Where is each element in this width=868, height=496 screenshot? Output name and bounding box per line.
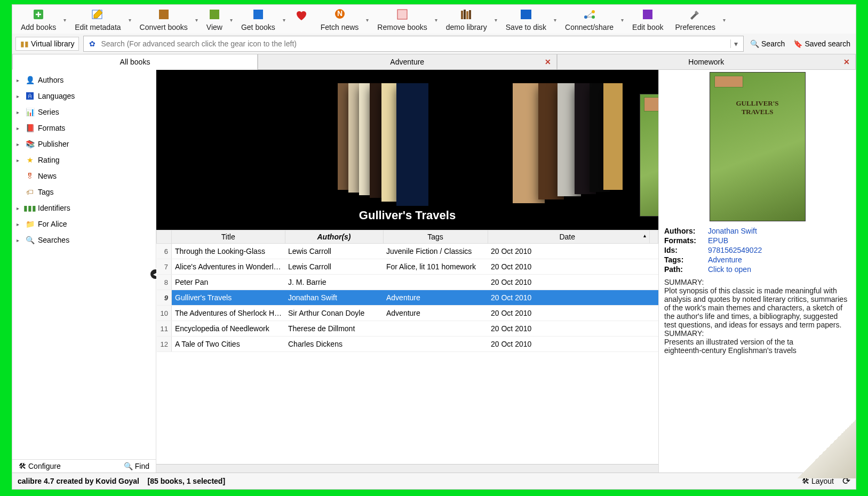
chevron-right-icon: ▸ bbox=[17, 221, 22, 227]
cell-date: 20 Oct 2010 bbox=[488, 259, 650, 275]
cover-thumb[interactable] bbox=[396, 83, 428, 206]
path-key: Path: bbox=[664, 265, 708, 274]
formats-value[interactable]: EPUB bbox=[708, 236, 728, 245]
remove-books-icon bbox=[395, 8, 410, 21]
column-header-title[interactable]: Title bbox=[172, 230, 285, 244]
sidebar-item-languages[interactable]: ▸🅰Languages bbox=[12, 88, 156, 104]
cell-title: The Adventures of Sherlock H… bbox=[172, 306, 285, 321]
sidebar-item-label: Identifiers bbox=[38, 204, 70, 212]
status-right: 🛠 Layout ⟳ bbox=[800, 475, 850, 487]
table-row[interactable]: 8Peter PanJ. M. Barrie20 Oct 2010 bbox=[157, 275, 658, 290]
cover-thumb-selected[interactable]: GULLIVER'STRAVELS bbox=[640, 94, 659, 217]
magnifier-icon: 🔍 bbox=[750, 39, 759, 48]
connect-share-button[interactable]: Connect/share bbox=[560, 7, 619, 33]
column-header-num[interactable] bbox=[157, 230, 172, 244]
summary-text-2: Presents an illustrated version of the t… bbox=[664, 338, 850, 346]
tab-all-books[interactable]: All books bbox=[12, 54, 258, 70]
authors-value[interactable]: Jonathan Swift bbox=[708, 227, 757, 235]
tab-homework[interactable]: Homework✕ bbox=[557, 54, 856, 70]
find-button[interactable]: 🔍 Find bbox=[122, 462, 152, 470]
configure-button[interactable]: 🛠 Configure bbox=[17, 462, 63, 470]
convert-books-dropdown[interactable]: ▾ bbox=[193, 7, 200, 33]
sidebar-item-identifiers[interactable]: ▸▮▮▮Identifiers bbox=[12, 200, 156, 216]
convert-books-label: Convert books bbox=[140, 23, 188, 31]
close-icon[interactable]: ✕ bbox=[545, 58, 551, 66]
edit-book-button[interactable]: Edit book bbox=[627, 7, 668, 33]
preferences-dropdown[interactable]: ▾ bbox=[721, 7, 728, 33]
demo-library-button[interactable]: demo library bbox=[441, 7, 492, 33]
detail-cover[interactable]: GULLIVER'STRAVELS bbox=[710, 72, 806, 221]
remove-books-dropdown[interactable]: ▾ bbox=[433, 7, 440, 33]
tags-value[interactable]: Adventure bbox=[708, 255, 742, 264]
add-books-dropdown[interactable]: ▾ bbox=[61, 7, 68, 33]
heart-icon bbox=[294, 9, 309, 22]
ids-value[interactable]: 9781562549022 bbox=[708, 246, 762, 254]
get-books-button[interactable]: Get books bbox=[236, 7, 281, 33]
sidebar-item-for-alice[interactable]: ▸📁For Alice bbox=[12, 216, 156, 232]
row-number: 6 bbox=[157, 244, 172, 259]
table-row[interactable]: 12A Tale of Two CitiesCharles Dickens20 … bbox=[157, 337, 658, 352]
add-books-button[interactable]: Add books bbox=[15, 7, 61, 33]
cell-author: J. M. Barrie bbox=[285, 275, 383, 290]
sidebar-item-news[interactable]: 🎖News bbox=[12, 168, 156, 184]
sidebar-list: ▸👤Authors▸🅰Languages▸📊Series▸📕Formats▸📚P… bbox=[12, 70, 156, 459]
heart-button[interactable] bbox=[289, 7, 314, 33]
sidebar-item-series[interactable]: ▸📊Series bbox=[12, 104, 156, 120]
table-row[interactable]: 11Encyclopedia of NeedleworkTherese de D… bbox=[157, 321, 658, 337]
saved-search-label: Saved search bbox=[805, 39, 850, 48]
cell-date: 20 Oct 2010 bbox=[488, 337, 650, 352]
save-to-disk-button[interactable]: Save to disk bbox=[500, 7, 552, 33]
refresh-icon[interactable]: ⟳ bbox=[842, 475, 850, 487]
fetch-news-button[interactable]: NFetch news bbox=[315, 7, 364, 33]
table-row[interactable]: 6Through the Looking-GlassLewis CarrollJ… bbox=[157, 244, 658, 259]
table-row[interactable]: 7Alice's Adventures in Wonderl…Lewis Car… bbox=[157, 259, 658, 275]
svg-rect-12 bbox=[469, 10, 471, 19]
layout-button[interactable]: 🛠 Layout bbox=[800, 477, 836, 485]
preferences-button[interactable]: Preferences bbox=[670, 7, 720, 33]
sidebar-item-formats[interactable]: ▸📕Formats bbox=[12, 120, 156, 136]
table-row[interactable]: 10The Adventures of Sherlock H…Sir Arthu… bbox=[157, 306, 658, 321]
view-dropdown[interactable]: ▾ bbox=[228, 7, 235, 33]
edit-metadata-dropdown[interactable]: ▾ bbox=[126, 7, 133, 33]
sidebar-item-authors[interactable]: ▸👤Authors bbox=[12, 72, 156, 88]
get-books-dropdown[interactable]: ▾ bbox=[281, 7, 288, 33]
cell-date: 20 Oct 2010 bbox=[488, 306, 650, 321]
search-dropdown-icon[interactable]: ▾ bbox=[730, 39, 741, 48]
edit-metadata-button[interactable]: Edit metadata bbox=[69, 7, 126, 33]
view-button[interactable]: View bbox=[201, 7, 228, 33]
sidebar-item-label: Tags bbox=[38, 188, 54, 196]
column-header-date[interactable]: Date▴ bbox=[488, 230, 650, 244]
column-header-tags[interactable]: Tags bbox=[383, 230, 488, 244]
table-scrollbar[interactable] bbox=[156, 464, 658, 473]
saved-search-button[interactable]: 🔖 Saved search bbox=[791, 39, 853, 48]
remove-books-button[interactable]: Remove books bbox=[372, 7, 432, 33]
column-header-author-s-[interactable]: Author(s) bbox=[285, 230, 383, 244]
sidebar-item-rating[interactable]: ▸★Rating bbox=[12, 152, 156, 168]
sidebar-item-tags[interactable]: 🏷Tags bbox=[12, 184, 156, 200]
connect-share-dropdown[interactable]: ▾ bbox=[619, 7, 626, 33]
svg-rect-8 bbox=[397, 10, 407, 19]
row-number: 10 bbox=[157, 306, 172, 321]
lang-icon: 🅰 bbox=[25, 91, 35, 101]
sidebar-item-publisher[interactable]: ▸📚Publisher bbox=[12, 136, 156, 152]
path-value[interactable]: Click to open bbox=[708, 265, 751, 274]
cover-flow[interactable]: GULLIVER'STRAVELS Gulliver's Travels bbox=[156, 70, 658, 230]
search-button[interactable]: 🔍 Search bbox=[748, 39, 787, 48]
search-input[interactable] bbox=[99, 37, 730, 50]
sidebar-item-label: News bbox=[38, 172, 57, 180]
demo-library-dropdown[interactable]: ▾ bbox=[492, 7, 499, 33]
sidebar-item-searches[interactable]: ▸🔍Searches bbox=[12, 232, 156, 248]
convert-books-button[interactable]: Convert books bbox=[134, 7, 193, 33]
virtual-library-button[interactable]: ▮▮ Virtual library bbox=[15, 37, 79, 51]
fetch-news-dropdown[interactable]: ▾ bbox=[364, 7, 371, 33]
cell-author: Lewis Carroll bbox=[285, 259, 383, 275]
cover-thumb[interactable] bbox=[603, 83, 623, 190]
chevron-right-icon: ▸ bbox=[17, 141, 22, 147]
table-row[interactable]: 9Gulliver's TravelsJonathan SwiftAdventu… bbox=[157, 290, 658, 306]
save-to-disk-dropdown[interactable]: ▾ bbox=[552, 7, 559, 33]
tab-adventure[interactable]: Adventure✕ bbox=[258, 54, 557, 70]
row-number: 11 bbox=[157, 321, 172, 337]
cell-title: Through the Looking-Glass bbox=[172, 244, 285, 259]
close-icon[interactable]: ✕ bbox=[843, 58, 850, 66]
gear-icon[interactable]: ✿ bbox=[86, 39, 99, 48]
